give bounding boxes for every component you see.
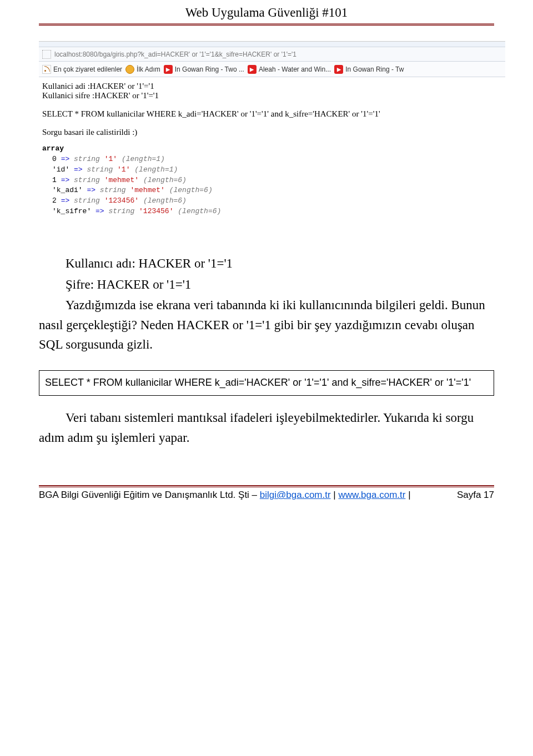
footer-sep: | xyxy=(405,490,410,500)
firefox-icon xyxy=(125,65,134,74)
arr-type: string xyxy=(87,165,113,174)
feed-icon xyxy=(42,65,51,74)
arr-len: (length=6) xyxy=(169,186,213,194)
bookmark-label: In Gowan Ring - Two ... xyxy=(175,65,244,73)
footer-site-link[interactable]: www.bga.com.tr xyxy=(338,490,405,500)
output-line: Kullanici sifre :HACKER' or '1'='1 xyxy=(42,91,502,100)
bookmark-label: Aleah - Water and Win... xyxy=(259,65,331,73)
footer-left: BGA Bilgi Güvenliği Eğitim ve Danışmanlı… xyxy=(39,490,411,501)
arr-idx: 'k_sifre' xyxy=(52,207,91,215)
arr-len: (length=6) xyxy=(178,207,221,215)
output-line: Kullanici adi :HACKER' or '1'='1 xyxy=(42,82,502,91)
array-keyword: array xyxy=(42,144,64,153)
footer-email-link[interactable]: bilgi@bga.com.tr xyxy=(260,490,331,500)
header-rule xyxy=(39,23,494,26)
arr-idx: 2 xyxy=(52,196,57,205)
footer-rule xyxy=(39,485,494,487)
arr-idx: 'id' xyxy=(52,165,69,174)
arr-val: '1' xyxy=(104,155,117,163)
arr-val: 'mehmet' xyxy=(104,176,139,184)
sql-code-box: SELECT * FROM kullanicilar WHERE k_adi='… xyxy=(39,370,494,396)
bookmark-most-visited[interactable]: En çok ziyaret edilenler xyxy=(42,65,122,74)
footer-sep: | xyxy=(331,490,339,500)
page-footer: BGA Bilgi Güvenliği Eğitim ve Danışmanlı… xyxy=(39,485,494,501)
bookmark-gowan[interactable]: ▶ In Gowan Ring - Two ... xyxy=(164,65,244,74)
body-paragraph-2: Veri tabanı sistemleri mantıksal ifadele… xyxy=(39,408,494,447)
body-line-kullanici: Kullanıcı adı: HACKER or '1='1 xyxy=(39,254,494,274)
array-dump: array 0 => string '1' (length=1) 'id' =>… xyxy=(42,144,502,217)
page-title: Web Uygulama Güvenliği #101 xyxy=(39,0,494,23)
page-icon xyxy=(42,50,51,59)
page-body: Kullanici adi :HACKER' or '1'='1 Kullani… xyxy=(39,77,505,220)
body-paragraph: Yazdığımızda ise ekrana veri tabanında k… xyxy=(39,295,494,355)
arr-len: (length=1) xyxy=(134,165,178,174)
bookmark-aleah[interactable]: ▶ Aleah - Water and Win... xyxy=(248,65,331,74)
arr-len: (length=6) xyxy=(143,196,187,205)
success-line: Sorgu basari ile calistirildi :) xyxy=(42,128,502,137)
youtube-icon: ▶ xyxy=(164,65,173,74)
body-line-sifre: Şifre: HACKER or '1='1 xyxy=(39,275,494,295)
arr-idx: 0 xyxy=(52,155,57,163)
bookmarks-toolbar: En çok ziyaret edilenler İlk Adım ▶ In G… xyxy=(39,62,505,77)
arr-len: (length=6) xyxy=(143,176,187,184)
arr-type: string xyxy=(108,207,134,215)
browser-tabstrip xyxy=(39,42,505,47)
address-bar[interactable]: localhost:8080/bga/giris.php?k_adi=HACKE… xyxy=(39,47,505,62)
arr-idx: 'k_adi' xyxy=(52,186,83,194)
arr-type: string xyxy=(100,186,126,194)
footer-org: BGA Bilgi Güvenliği Eğitim ve Danışmanlı… xyxy=(39,490,260,500)
bookmark-ilk-adim[interactable]: İlk Adım xyxy=(125,65,160,74)
url-text: localhost:8080/bga/giris.php?k_adi=HACKE… xyxy=(54,51,296,58)
arr-val: 'mehmet' xyxy=(130,186,164,194)
arr-type: string xyxy=(74,196,100,205)
arr-val: '123456' xyxy=(139,207,173,215)
footer-page-number: Sayfa 17 xyxy=(457,490,494,501)
bookmark-gowan2[interactable]: ▶ In Gowan Ring - Tw xyxy=(334,65,404,74)
arr-val: '123456' xyxy=(104,196,139,205)
sql-query-line: SELECT * FROM kullanicilar WHERE k_adi='… xyxy=(42,109,502,119)
youtube-icon: ▶ xyxy=(248,65,257,74)
arr-type: string xyxy=(74,176,100,184)
bookmark-label: En çok ziyaret edilenler xyxy=(53,65,122,73)
youtube-icon: ▶ xyxy=(334,65,343,74)
arr-val: '1' xyxy=(117,165,130,174)
arr-type: string xyxy=(74,155,100,163)
browser-screenshot: localhost:8080/bga/giris.php?k_adi=HACKE… xyxy=(39,41,505,220)
arr-len: (length=1) xyxy=(122,155,165,163)
document-body: Kullanıcı adı: HACKER or '1='1 Şifre: HA… xyxy=(39,254,494,447)
arr-idx: 1 xyxy=(52,176,57,184)
bookmark-label: İlk Adım xyxy=(137,65,160,73)
bookmark-label: In Gowan Ring - Tw xyxy=(345,65,404,73)
